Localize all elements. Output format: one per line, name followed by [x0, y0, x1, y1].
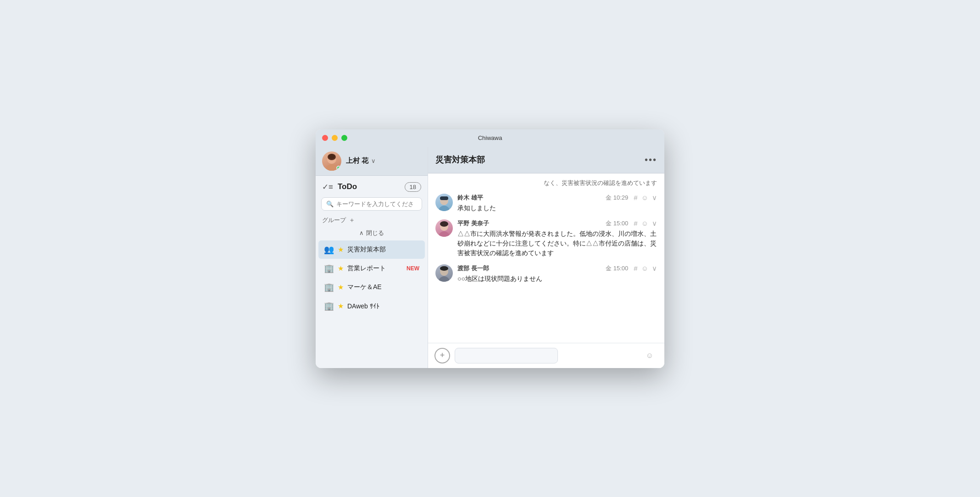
collapse-toggle[interactable]: ∧ 閉じる	[316, 226, 428, 240]
message-input-wrapper: ☺	[455, 348, 658, 363]
hash-icon-2[interactable]: #	[634, 264, 637, 272]
search-box[interactable]: 🔍	[321, 197, 422, 211]
user-name-container[interactable]: 上村 花 ∨	[346, 156, 376, 165]
main-layout: 上村 花 ∨ ✓≡ ToDo 18 🔍 グループ ＋	[316, 147, 664, 368]
chevron-icon-0[interactable]: ∨	[652, 194, 657, 202]
hirano-avatar-svg	[435, 219, 453, 237]
channel-type-icon-2: 🏢	[324, 282, 334, 292]
svg-point-10	[439, 276, 450, 282]
minimize-button[interactable]	[332, 135, 338, 141]
svg-point-9	[440, 221, 448, 227]
close-button[interactable]	[322, 135, 328, 141]
message-sender-1: 平野 美奈子	[457, 219, 489, 228]
channel-star-0: ★	[338, 246, 344, 254]
channel-new-badge-1: NEW	[406, 265, 419, 272]
search-input[interactable]	[336, 201, 417, 207]
message-body-0: 承知しました	[457, 203, 657, 213]
channel-star-1: ★	[338, 264, 344, 273]
message-content-0: 鈴木 雄平 金 10:29 # ☺ ∨ 承知しました	[457, 194, 657, 213]
truncated-message: なく、災害被害状況の確認を進めています	[435, 179, 657, 187]
chevron-icon-2[interactable]: ∨	[652, 264, 657, 273]
channel-item-1[interactable]: 🏢 ★ 営業レポート NEW	[318, 259, 425, 278]
hash-icon-0[interactable]: #	[634, 194, 637, 201]
titlebar: Chiwawa	[316, 129, 664, 147]
channel-type-icon-3: 🏢	[324, 301, 334, 311]
more-options-button[interactable]: •••	[645, 155, 657, 165]
messages-area: なく、災害被害状況の確認を進めています	[428, 173, 664, 343]
message-1: 平野 美奈子 金 15:00 # ☺ ∨ △△市に大雨洪水警報が発表されました。…	[435, 219, 657, 258]
message-content-1: 平野 美奈子 金 15:00 # ☺ ∨ △△市に大雨洪水警報が発表されました。…	[457, 219, 657, 258]
channel-list: 👥 ★ 災害対策本部 🏢 ★ 営業レポート NEW 🏢 ★ マーケ＆AE	[316, 240, 428, 368]
window-controls	[322, 135, 347, 141]
online-indicator	[336, 166, 341, 170]
collapse-label: 閉じる	[366, 229, 384, 237]
svg-point-4	[439, 206, 450, 211]
message-content-2: 渡部 長一郎 金 15:00 # ☺ ∨ ○○地区は現状問題ありません	[457, 264, 657, 284]
channel-item-2[interactable]: 🏢 ★ マーケ＆AE	[318, 278, 425, 296]
todo-section: ✓≡ ToDo 18	[316, 176, 428, 195]
message-sender-0: 鈴木 雄平	[457, 194, 483, 202]
channel-item-0[interactable]: 👥 ★ 災害対策本部	[318, 240, 425, 259]
message-avatar-0	[435, 194, 453, 211]
user-dropdown-icon: ∨	[371, 157, 376, 164]
channel-star-3: ★	[338, 302, 344, 310]
channel-type-icon-1: 🏢	[324, 263, 334, 274]
svg-point-3	[329, 154, 335, 159]
collapse-icon: ∧	[359, 229, 364, 236]
add-group-button[interactable]: ＋	[349, 216, 355, 224]
channel-name-3: DAweb ｻｲﾄ	[347, 302, 419, 310]
svg-rect-6	[440, 196, 448, 200]
todo-badge: 18	[405, 182, 421, 192]
message-avatar-1	[435, 219, 453, 237]
chat-title: 災害対策本部	[435, 154, 485, 165]
search-icon: 🔍	[326, 201, 334, 207]
chat-area: 災害対策本部 ••• なく、災害被害状況の確認を進めています	[428, 147, 664, 368]
svg-point-7	[439, 231, 450, 237]
window-title: Chiwawa	[478, 134, 502, 141]
emoji-icon-1[interactable]: ☺	[641, 219, 648, 227]
message-2: 渡部 長一郎 金 15:00 # ☺ ∨ ○○地区は現状問題ありません	[435, 264, 657, 284]
message-time-1: 金 15:00	[606, 219, 628, 228]
message-input[interactable]	[455, 348, 558, 363]
message-body-2: ○○地区は現状問題ありません	[457, 274, 657, 284]
groups-header: グループ ＋	[316, 214, 428, 226]
channel-name-0: 災害対策本部	[347, 246, 419, 254]
emoji-picker-button[interactable]: ☺	[646, 352, 653, 360]
watanabe-avatar-svg	[435, 264, 453, 282]
suzuki-avatar-svg	[435, 194, 453, 211]
message-actions-2: # ☺ ∨	[634, 264, 657, 273]
svg-point-12	[440, 266, 448, 271]
hash-icon-1[interactable]: #	[634, 219, 637, 227]
input-area: + ☺	[428, 343, 664, 368]
sidebar: 上村 花 ∨ ✓≡ ToDo 18 🔍 グループ ＋	[316, 147, 428, 368]
groups-label: グループ	[322, 216, 346, 224]
add-attachment-button[interactable]: +	[434, 348, 450, 363]
message-sender-2: 渡部 長一郎	[457, 264, 489, 273]
chevron-icon-1[interactable]: ∨	[652, 219, 657, 228]
app-window: Chiwawa	[316, 129, 664, 368]
message-0: 鈴木 雄平 金 10:29 # ☺ ∨ 承知しました	[435, 194, 657, 213]
message-time-2: 金 15:00	[606, 264, 628, 273]
channel-name-1: 営業レポート	[347, 264, 403, 273]
maximize-button[interactable]	[341, 135, 347, 141]
message-actions-1: # ☺ ∨	[634, 219, 657, 228]
user-avatar	[322, 151, 341, 171]
message-body-1: △△市に大雨洪水警報が発表されました。低地の浸水、川の増水、土砂崩れなどに十分に…	[457, 229, 657, 258]
add-icon: +	[440, 351, 445, 360]
emoji-icon-0[interactable]: ☺	[641, 194, 648, 201]
user-name: 上村 花	[346, 156, 368, 165]
channel-type-icon-0: 👥	[324, 245, 334, 255]
chat-header: 災害対策本部 •••	[428, 147, 664, 173]
todo-label: ToDo	[338, 182, 400, 191]
todo-icon: ✓≡	[322, 182, 333, 192]
message-actions-0: # ☺ ∨	[634, 194, 657, 202]
channel-name-2: マーケ＆AE	[347, 283, 419, 291]
emoji-icon-2[interactable]: ☺	[641, 264, 648, 272]
sidebar-header: 上村 花 ∨	[316, 147, 428, 176]
message-time-0: 金 10:29	[606, 194, 628, 202]
channel-item-3[interactable]: 🏢 ★ DAweb ｻｲﾄ	[318, 297, 425, 315]
channel-star-2: ★	[338, 283, 344, 291]
message-avatar-2	[435, 264, 453, 282]
